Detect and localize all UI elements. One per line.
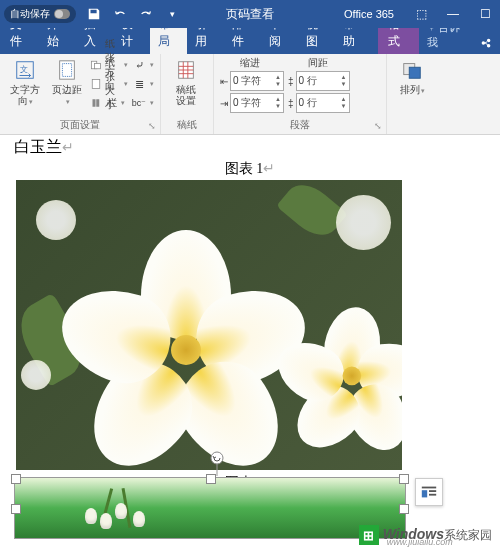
indent-left-input[interactable]: 0 字符▲▼ — [230, 71, 284, 91]
hyphenation-icon: bc⁻ — [132, 96, 146, 110]
margins-icon — [55, 58, 79, 82]
text-direction-button[interactable]: 文 文字方向▾ — [6, 56, 44, 109]
spacing-before-input[interactable]: 0 行▲▼ — [296, 71, 350, 91]
svg-rect-7 — [93, 99, 96, 107]
window-title: 页码查看 — [226, 6, 274, 23]
svg-rect-21 — [429, 490, 436, 492]
breaks-icon: ⤶ — [132, 58, 146, 72]
titlebar: 自动保存 ▾ 页码查看 Office 365 ⬚ — ☐ — [0, 0, 500, 28]
minimize-button[interactable]: — — [438, 0, 468, 28]
columns-icon — [90, 96, 104, 110]
margins-button[interactable]: 页边距▾ — [48, 56, 86, 109]
svg-rect-22 — [429, 494, 436, 496]
layout-options-button[interactable] — [415, 478, 443, 506]
indent-right-input[interactable]: 0 字符▲▼ — [230, 93, 284, 113]
indent-header: 缩进 — [240, 56, 260, 70]
group-arrange: 排列▾ — [387, 54, 443, 134]
ribbon: 文 文字方向▾ 页边距▾ 纸张方向▾ 纸张大小▾ — [0, 54, 500, 135]
save-button[interactable] — [84, 4, 104, 24]
spacing-after-icon: ‡ — [288, 98, 294, 109]
group-label-manuscript: 稿纸 — [167, 118, 207, 132]
heading-text: 白玉兰↵ — [14, 137, 486, 158]
ribbon-tabs: 文件 开始 插入 设计 布局 引用 邮件 审阅 视图 帮助 格式 ♀ 告诉我 — [0, 28, 500, 54]
group-label-paragraph: 段落 — [220, 118, 380, 132]
arrange-button[interactable]: 排列▾ — [393, 56, 431, 98]
resize-handle-tr[interactable] — [399, 474, 409, 484]
office-label: Office 365 — [344, 8, 394, 20]
indent-left-icon: ⇤ — [220, 76, 228, 87]
resize-handle-tm[interactable] — [206, 474, 216, 484]
orientation-icon — [90, 58, 102, 72]
group-manuscript: 稿纸 设置 稿纸 — [161, 54, 214, 134]
resize-handle-mr[interactable] — [399, 504, 409, 514]
arrange-icon — [400, 58, 424, 82]
quick-access-toolbar: ▾ — [84, 4, 182, 24]
ribbon-min-button[interactable]: ⬚ — [406, 0, 436, 28]
image-2-selected[interactable] — [14, 477, 406, 539]
maximize-button[interactable]: ☐ — [470, 0, 500, 28]
size-icon — [90, 77, 102, 91]
svg-rect-8 — [96, 99, 99, 107]
manuscript-icon — [174, 58, 198, 82]
svg-rect-19 — [422, 487, 436, 489]
svg-rect-6 — [92, 80, 100, 89]
svg-rect-5 — [95, 64, 101, 69]
paper-size-button[interactable]: 纸张大小▾ — [90, 75, 128, 93]
resize-handle-ml[interactable] — [11, 504, 21, 514]
svg-point-18 — [211, 452, 223, 464]
columns-button[interactable]: 栏▾ — [90, 94, 128, 112]
spacing-header: 间距 — [308, 56, 328, 70]
share-button[interactable] — [474, 32, 498, 54]
line-numbers-button[interactable]: ≣▾ — [132, 75, 154, 93]
page-setup-launcher[interactable]: ⤡ — [146, 120, 158, 132]
hyphenation-button[interactable]: bc⁻▾ — [132, 94, 154, 112]
line-numbers-icon: ≣ — [132, 77, 146, 91]
spacing-before-icon: ‡ — [288, 76, 294, 87]
indent-right-icon: ⇥ — [220, 98, 228, 109]
text-direction-icon: 文 — [13, 58, 37, 82]
paragraph-launcher[interactable]: ⤡ — [372, 120, 384, 132]
undo-button[interactable] — [110, 4, 130, 24]
breaks-button[interactable]: ⤶▾ — [132, 56, 154, 74]
spacing-after-input[interactable]: 0 行▲▼ — [296, 93, 350, 113]
qat-customize-button[interactable]: ▾ — [162, 4, 182, 24]
group-paragraph: 缩进 间距 ⇤ 0 字符▲▼ ⇥ 0 字符▲▼ ‡ — [214, 54, 387, 134]
image-1[interactable] — [16, 180, 402, 470]
svg-rect-16 — [409, 67, 420, 78]
redo-button[interactable] — [136, 4, 156, 24]
svg-rect-20 — [422, 490, 427, 497]
group-label-page-setup: 页面设置 — [6, 118, 154, 132]
svg-text:文: 文 — [20, 65, 28, 74]
resize-handle-tl[interactable] — [11, 474, 21, 484]
toggle-switch-icon — [54, 9, 70, 19]
caption-1: 图表 1↵ — [14, 160, 486, 178]
group-page-setup: 文 文字方向▾ 页边距▾ 纸张方向▾ 纸张大小▾ — [0, 54, 161, 134]
manuscript-settings-button[interactable]: 稿纸 设置 — [167, 56, 205, 108]
autosave-toggle[interactable]: 自动保存 — [4, 5, 76, 23]
